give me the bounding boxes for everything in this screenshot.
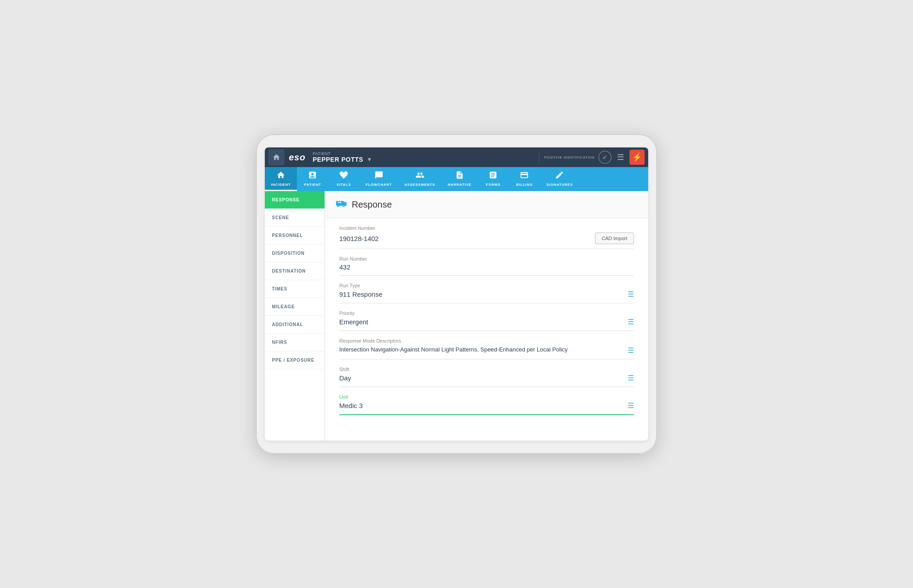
priority-value[interactable]: Emergent — [339, 318, 368, 326]
tab-vitals[interactable]: VITALS — [328, 167, 359, 191]
run-number-value[interactable]: 432 — [339, 263, 350, 271]
response-mode-dropdown-icon[interactable]: ☰ — [628, 346, 634, 355]
svg-point-3 — [337, 205, 338, 206]
svg-rect-6 — [337, 202, 339, 203]
forms-icon — [489, 171, 498, 182]
check-icon-button[interactable]: ✓ — [598, 151, 612, 164]
sidebar-item-nfirs[interactable]: NFIRS — [265, 334, 325, 351]
shift-field: Shift Day ☰ — [339, 367, 634, 387]
lightning-button[interactable]: ⚡ — [629, 150, 645, 165]
sidebar-item-scene[interactable]: SCENE — [265, 209, 325, 227]
tab-incident[interactable]: INCIDENT — [265, 167, 297, 191]
tab-billing-label: BILLING — [516, 183, 533, 187]
svg-rect-1 — [344, 202, 347, 206]
tab-billing[interactable]: BILLING — [509, 167, 540, 191]
priority-field: Priority Emergent ☰ — [339, 310, 634, 331]
tab-narrative[interactable]: NARRATIVE — [441, 167, 477, 191]
run-number-field: Run Number 432 — [339, 256, 634, 276]
patient-nav-icon — [308, 171, 317, 182]
shift-label: Shift — [339, 367, 634, 372]
unit-field: Unit Medic 3 ☰ — [339, 394, 634, 415]
sidebar: RESPONSE SCENE PERSONNEL DISPOSITION DES… — [265, 191, 325, 441]
sidebar-item-destination[interactable]: DESTINATION — [265, 262, 325, 280]
response-mode-label: Response Mode Descriptors — [339, 338, 634, 343]
sidebar-item-times[interactable]: TIMES — [265, 280, 325, 298]
billing-icon — [520, 171, 529, 182]
incident-number-label: Incident Number — [339, 225, 634, 231]
tab-assessments[interactable]: ASSESSMENTS — [398, 167, 441, 191]
assessments-icon — [415, 171, 424, 182]
shift-value[interactable]: Day — [339, 374, 351, 382]
unit-value[interactable]: Medic 3 — [339, 402, 363, 409]
tab-forms-label: FORMS — [486, 183, 501, 187]
svg-rect-0 — [336, 201, 344, 206]
main-content: RESPONSE SCENE PERSONNEL DISPOSITION DES… — [265, 191, 648, 441]
positive-id: POSITIVE IDENTIFICATION — [544, 155, 595, 159]
content-area: Response Incident Number 190128-1402 CAD… — [325, 191, 648, 441]
tablet-screen: eso PATIENT PEPPER POTTS ▼ POSITIVE IDEN… — [265, 147, 648, 441]
content-header: Response — [325, 191, 648, 218]
unit-label: Unit — [339, 394, 634, 400]
eso-logo: eso — [289, 152, 305, 163]
tablet-frame: eso PATIENT PEPPER POTTS ▼ POSITIVE IDEN… — [256, 134, 657, 454]
response-mode-field: Response Mode Descriptors Intersection N… — [339, 338, 634, 359]
lightning-icon: ⚡ — [632, 152, 642, 162]
tab-assessments-label: ASSESSMENTS — [404, 183, 435, 187]
secondary-nav: INCIDENT PATIENT VITALS FL — [265, 167, 648, 191]
hamburger-icon[interactable]: ☰ — [614, 152, 627, 162]
incident-icon — [276, 171, 285, 182]
priority-label: Priority — [339, 310, 634, 316]
run-type-row: 911 Response ☰ — [339, 290, 634, 298]
response-mode-value[interactable]: Intersection Navigation-Against Normal L… — [339, 346, 628, 354]
tab-signatures[interactable]: SIGNATURES — [540, 167, 579, 191]
tab-forms[interactable]: FORMS — [477, 167, 509, 191]
run-type-label: Run Type — [339, 283, 634, 288]
sidebar-item-ppe-exposure[interactable]: PPE / EXPOSURE — [265, 351, 325, 369]
sidebar-item-response[interactable]: RESPONSE — [265, 191, 325, 209]
run-type-field: Run Type 911 Response ☰ — [339, 283, 634, 303]
content-header-title: Response — [352, 200, 392, 210]
svg-point-5 — [343, 205, 344, 206]
response-mode-row: Intersection Navigation-Against Normal L… — [339, 345, 634, 355]
tab-narrative-label: NARRATIVE — [448, 183, 471, 187]
unit-row: Medic 3 ☰ — [339, 401, 634, 410]
shift-row: Day ☰ — [339, 374, 634, 382]
shift-dropdown-icon[interactable]: ☰ — [628, 374, 634, 382]
incident-number-field: Incident Number 190128-1402 CAD Import — [339, 225, 634, 249]
patient-label: PATIENT — [313, 151, 372, 156]
unit-dropdown-icon[interactable]: ☰ — [628, 401, 634, 410]
priority-row: Emergent ☰ — [339, 318, 634, 326]
run-number-row: 432 — [339, 263, 634, 271]
sidebar-item-personnel[interactable]: PERSONNEL — [265, 227, 325, 245]
patient-dropdown-icon[interactable]: ▼ — [367, 156, 372, 163]
tab-flowchart-label: FLOWCHART — [366, 183, 392, 187]
check-icon: ✓ — [602, 154, 608, 161]
response-header-icon — [336, 198, 347, 211]
form-section: Incident Number 190128-1402 CAD Import R… — [325, 218, 648, 429]
tab-patient-label: PATIENT — [304, 183, 321, 187]
positive-id-label: POSITIVE IDENTIFICATION — [544, 155, 595, 159]
narrative-icon — [455, 171, 464, 182]
incident-number-value[interactable]: 190128-1402 — [339, 235, 378, 242]
priority-dropdown-icon[interactable]: ☰ — [628, 318, 634, 326]
run-type-value[interactable]: 911 Response — [339, 290, 382, 298]
sidebar-item-disposition[interactable]: DISPOSITION — [265, 245, 325, 262]
tab-vitals-label: VITALS — [337, 183, 351, 187]
cad-import-button[interactable]: CAD Import — [595, 233, 634, 244]
home-button[interactable] — [268, 149, 284, 165]
tab-flowchart[interactable]: FLOWCHART — [359, 167, 398, 191]
patient-name: PEPPER POTTS — [313, 156, 363, 163]
sidebar-item-additional[interactable]: ADDITIONAL — [265, 316, 325, 334]
sidebar-item-mileage[interactable]: MILEAGE — [265, 298, 325, 316]
nav-divider — [539, 152, 539, 163]
vitals-icon — [339, 171, 348, 182]
tab-incident-label: INCIDENT — [271, 183, 291, 187]
top-nav: eso PATIENT PEPPER POTTS ▼ POSITIVE IDEN… — [265, 147, 648, 167]
flowchart-icon — [374, 171, 383, 182]
run-type-dropdown-icon[interactable]: ☰ — [628, 290, 634, 298]
signatures-icon — [555, 171, 564, 182]
incident-number-row: 190128-1402 CAD Import — [339, 233, 634, 244]
run-number-label: Run Number — [339, 256, 634, 261]
nav-icons: ✓ ☰ ⚡ — [598, 150, 645, 165]
tab-patient[interactable]: PATIENT — [297, 167, 328, 191]
